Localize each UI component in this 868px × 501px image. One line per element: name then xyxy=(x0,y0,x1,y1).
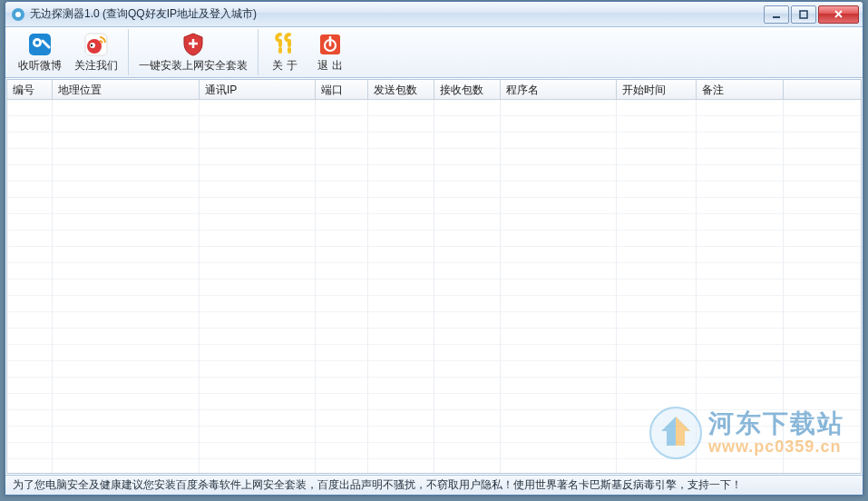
data-table: 编号地理位置通讯IP端口发送包数接收包数程序名开始时间备注 xyxy=(6,79,862,474)
status-text: 为了您电脑安全及健康建议您安装百度杀毒软件上网安全套装，百度出品声明不骚扰，不窃… xyxy=(13,477,742,493)
app-icon xyxy=(11,7,25,22)
window-controls xyxy=(764,5,859,24)
svg-rect-3 xyxy=(800,11,807,18)
column-header[interactable]: 端口 xyxy=(316,80,368,99)
toolbar-label: 退 出 xyxy=(317,58,342,74)
column-header[interactable]: 编号 xyxy=(7,80,53,99)
toolbar-label: 一键安装上网安全套装 xyxy=(139,58,248,74)
column-header[interactable]: 开始时间 xyxy=(617,80,697,99)
toolbar-label: 收听微博 xyxy=(18,58,62,74)
question-icon xyxy=(272,32,297,57)
about-button[interactable]: 关 于 xyxy=(262,30,307,75)
toolbar-label: 关 于 xyxy=(272,58,297,74)
follow-us-button[interactable]: 关注我们 xyxy=(68,30,124,75)
column-header[interactable]: 程序名 xyxy=(501,80,617,99)
application-window: 无边探测器1.0 (查询QQ好友IP地址及登入城市) 收听微博 xyxy=(5,1,863,496)
shield-icon xyxy=(180,32,206,57)
toolbar-label: 关注我们 xyxy=(74,58,118,74)
power-icon xyxy=(317,32,343,57)
svg-point-6 xyxy=(35,40,39,44)
svg-rect-2 xyxy=(773,16,780,18)
maximize-button[interactable] xyxy=(791,5,816,24)
install-security-button[interactable]: 一键安装上网安全套装 xyxy=(132,30,254,75)
minimize-button[interactable] xyxy=(764,5,789,24)
close-button[interactable] xyxy=(818,5,859,24)
toolbar: 收听微博 关注我们 一键安装上网安全套装 关 于 xyxy=(5,27,863,78)
listen-weibo-button[interactable]: 收听微博 xyxy=(12,30,68,75)
svg-point-10 xyxy=(91,44,93,45)
column-header[interactable]: 发送包数 xyxy=(368,80,434,99)
column-header[interactable]: 接收包数 xyxy=(434,80,501,99)
svg-point-1 xyxy=(15,12,21,17)
table-body[interactable] xyxy=(7,100,861,473)
titlebar[interactable]: 无边探测器1.0 (查询QQ好友IP地址及登入城市) xyxy=(5,2,863,27)
weibo-follow-icon xyxy=(83,32,109,57)
exit-button[interactable]: 退 出 xyxy=(307,30,353,75)
column-header-filler xyxy=(784,80,861,99)
table-header: 编号地理位置通讯IP端口发送包数接收包数程序名开始时间备注 xyxy=(7,80,861,100)
column-header[interactable]: 备注 xyxy=(697,80,784,99)
weibo-listen-icon xyxy=(27,32,53,57)
window-title: 无边探测器1.0 (查询QQ好友IP地址及登入城市) xyxy=(30,6,257,22)
column-header[interactable]: 通讯IP xyxy=(200,80,316,99)
statusbar: 为了您电脑安全及健康建议您安装百度杀毒软件上网安全套装，百度出品声明不骚扰，不窃… xyxy=(5,475,863,495)
column-header[interactable]: 地理位置 xyxy=(53,80,200,99)
